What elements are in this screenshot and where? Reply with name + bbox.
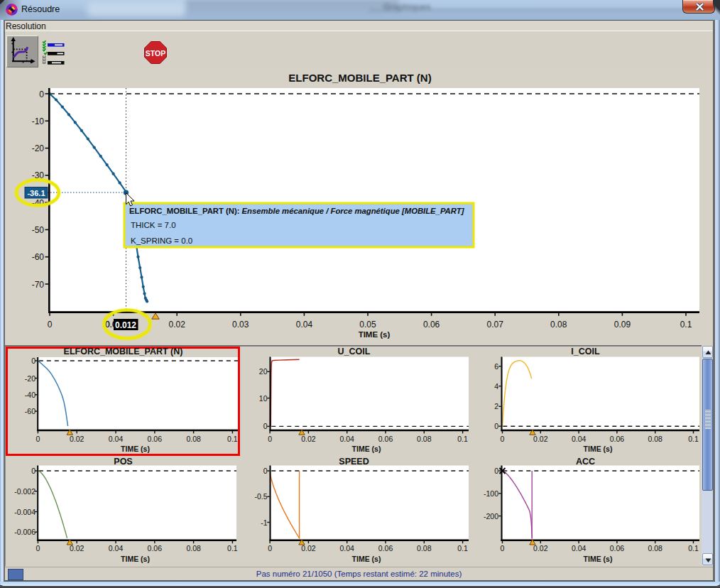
svg-text:0: 0 [36,435,40,443]
svg-text:TIME (s): TIME (s) [121,445,150,453]
svg-text:4: 4 [494,382,498,391]
svg-text:0.1: 0.1 [457,544,468,552]
svg-text:0.012: 0.012 [115,320,136,330]
svg-text:TIME (s): TIME (s) [584,555,613,563]
svg-text:0.06: 0.06 [378,435,393,443]
svg-text:U_COIL: U_COIL [338,347,371,356]
svg-text:0: 0 [494,422,498,430]
svg-text:0.02: 0.02 [169,320,186,330]
svg-text:SPEED: SPEED [339,457,369,467]
svg-text:0.02: 0.02 [70,544,84,552]
svg-text:0: 0 [494,467,498,475]
svg-text:-200: -200 [484,512,498,521]
svg-text:0: 0 [48,320,53,330]
svg-text:TIME (s): TIME (s) [359,330,391,339]
svg-text:0: 0 [31,356,36,365]
svg-text:0.09: 0.09 [614,320,631,330]
svg-text:0.08: 0.08 [186,435,201,443]
svg-text:0.07: 0.07 [487,320,504,330]
svg-text:0.06: 0.06 [423,320,440,330]
svg-text:0.08: 0.08 [648,435,662,443]
svg-text:0.04: 0.04 [296,320,313,330]
svg-text:0.04: 0.04 [339,544,354,552]
svg-text:0: 0 [39,89,44,99]
svg-text:-0.002: -0.002 [14,487,36,496]
svg-text:0.1: 0.1 [227,544,238,552]
svg-text:-0.5: -0.5 [254,492,267,501]
svg-text:0: 0 [268,435,272,443]
svg-text:0.08: 0.08 [550,320,567,330]
svg-text:0.04: 0.04 [572,544,587,552]
svg-text:TIME (s): TIME (s) [352,555,381,563]
svg-text:6: 6 [494,362,498,371]
svg-text:0.06: 0.06 [610,435,625,443]
svg-text:0.1: 0.1 [688,544,699,552]
svg-text:0.04: 0.04 [572,435,587,443]
svg-text:TIME (s): TIME (s) [352,445,381,453]
svg-text:0.1: 0.1 [680,320,692,330]
svg-text:ELFORC_MOBILE_PART (N): Ensemb: ELFORC_MOBILE_PART (N): Ensemble mécaniq… [129,207,465,215]
svg-text:-0.006: -0.006 [14,528,36,536]
svg-text:-36.1: -36.1 [27,189,45,197]
svg-text:0: 0 [263,422,268,430]
svg-text:0: 0 [501,435,505,443]
svg-text:POS: POS [114,457,132,467]
svg-text:0.02: 0.02 [301,544,316,552]
svg-text:0: 0 [31,467,36,475]
svg-text:0: 0 [268,544,272,552]
svg-text:0: 0 [263,467,268,475]
svg-text:10: 10 [259,394,268,403]
svg-text:-1: -1 [261,518,267,527]
svg-text:-0.004: -0.004 [14,508,36,516]
svg-text:-60: -60 [32,252,45,262]
svg-text:-60: -60 [25,407,36,415]
svg-text:0.02: 0.02 [533,435,548,443]
svg-text:0.02: 0.02 [70,435,84,443]
svg-text:ACC: ACC [576,457,595,467]
svg-text:0.1: 0.1 [227,435,238,443]
svg-text:0.04: 0.04 [339,435,354,443]
svg-text:ELFORC_MOBILE_PART (N): ELFORC_MOBILE_PART (N) [288,72,431,84]
svg-text:-10: -10 [32,116,45,126]
svg-text:0.06: 0.06 [148,435,163,443]
svg-text:THICK = 7.0: THICK = 7.0 [131,221,176,229]
svg-text:0.04: 0.04 [109,435,124,443]
svg-text:2: 2 [494,402,498,410]
svg-text:I_COIL: I_COIL [571,347,600,356]
svg-text:0.08: 0.08 [186,544,201,552]
svg-text:K_SPRING = 0.0: K_SPRING = 0.0 [131,236,192,245]
svg-text:TIME (s): TIME (s) [584,445,613,453]
svg-text:-50: -50 [32,225,45,235]
svg-text:0.04: 0.04 [109,544,124,552]
svg-text:0.08: 0.08 [648,544,662,552]
svg-text:-40: -40 [25,391,36,399]
svg-text:0: 0 [36,544,40,552]
svg-text:0.02: 0.02 [301,435,316,443]
svg-text:-70: -70 [32,280,45,290]
svg-text:0.02: 0.02 [533,544,548,552]
svg-text:ELFORC_MOBILE_PART (N): ELFORC_MOBILE_PART (N) [64,347,183,356]
svg-text:0.06: 0.06 [148,544,163,552]
svg-text:0.05: 0.05 [359,320,376,330]
svg-text:-20: -20 [25,374,36,383]
svg-text:20: 20 [259,367,268,376]
svg-text:0: 0 [501,544,505,552]
svg-text:-20: -20 [32,143,45,153]
svg-text:-100: -100 [484,489,498,498]
svg-text:0.08: 0.08 [417,435,432,443]
svg-text:STOP: STOP [146,48,165,57]
svg-text:0.06: 0.06 [610,544,625,552]
svg-text:0.08: 0.08 [417,544,432,552]
svg-text:0.06: 0.06 [378,544,393,552]
svg-text:TIME (s): TIME (s) [121,555,150,563]
svg-text:0.03: 0.03 [232,320,249,330]
svg-text:0.1: 0.1 [688,435,699,443]
svg-text:0.1: 0.1 [457,435,468,443]
